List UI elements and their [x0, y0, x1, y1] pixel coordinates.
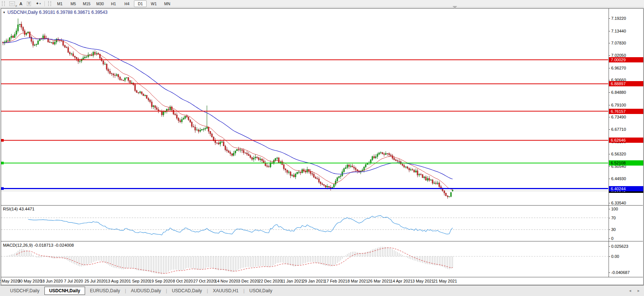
chart-tab-audusd[interactable]: AUDUSD,Daily [126, 287, 166, 295]
grid-glyph: ⋯ [9, 1, 15, 6]
date-label: 13 Aug 2020 [106, 279, 129, 283]
tab-scroll-left-icon[interactable]: ◄ [628, 289, 632, 293]
date-label: 8 Oct 2020 [173, 279, 193, 283]
pane-separator-rsi-macd[interactable] [1, 241, 643, 241]
date-axis[interactable]: 12 May 202030 May 202018 Jun 20207 Jul 2… [1, 277, 609, 284]
price-tick: 6.84880 [609, 90, 626, 95]
toolbar-grip[interactable] [2, 1, 5, 6]
date-label: 7 Jul 2020 [64, 279, 83, 283]
chart-tab-bar: USDCHF,DailyUSDCNH,DailyEURUSD,Daily|AUD… [0, 285, 644, 296]
price-tick: 7.13440 [609, 29, 626, 33]
date-label: 26 Mar 2021 [368, 279, 391, 283]
date-label: 21 May 2021 [433, 279, 457, 283]
timeframe-button-h1[interactable]: H1 [107, 0, 120, 7]
rsi-label: RSI(14) 43.4471 [3, 207, 34, 211]
price-tick: 7.19220 [609, 16, 626, 21]
chart-tab-usdchf[interactable]: USDCHF,Daily [5, 287, 44, 295]
chart-title: ▼ USDCNH,Daily 6.39181 6.39788 6.38671 6… [3, 10, 107, 15]
timeframe-button-group: M1M5M15M30H1H4D1W1MN [53, 0, 174, 7]
chart-tab-eurusd[interactable]: EURUSD,Daily [85, 287, 125, 295]
mt4-window: { "toolbar": { "icons": [ {"name": "cros… [0, 0, 644, 296]
toolbar-separator [44, 1, 45, 6]
hline-handle-left [1, 162, 4, 164]
timeframe-button-m1[interactable]: M1 [53, 0, 66, 7]
timeframe-button-m15[interactable]: M15 [80, 0, 93, 7]
date-label: 30 May 2020 [18, 279, 42, 283]
macd-signal-line [16, 248, 453, 274]
price-axis-border [609, 9, 609, 277]
slow-ma-line [3, 38, 453, 179]
rsi-pane-canvas[interactable] [1, 206, 608, 241]
date-label: 19 Sep 2020 [149, 279, 172, 283]
main-chart-canvas[interactable] [1, 9, 608, 205]
timeframe-grip[interactable] [48, 1, 51, 6]
chart-shift-marker-icon[interactable] [453, 6, 457, 9]
date-label: 11 Jan 2021 [281, 279, 303, 283]
tabs-holder: USDCHF,DailyUSDCNH,DailyEURUSD,Daily|AUD… [5, 287, 277, 295]
rsi-line [28, 216, 453, 235]
tab-scroll-right-icon[interactable]: ► [637, 289, 640, 293]
pane-separator-macd-dates [1, 277, 643, 277]
rsi-axis-tick: 70 [609, 216, 616, 220]
rsi-axis-tick: 30 [609, 227, 616, 232]
date-label: 1 Sep 2020 [129, 279, 150, 283]
chart-dropdown-icon[interactable]: ▼ [3, 11, 6, 14]
hline-price-label: 7.00029 [609, 57, 643, 62]
date-label: 25 Jul 2020 [85, 279, 106, 283]
price-tick: 6.79100 [609, 103, 626, 107]
macd-pane-canvas[interactable] [1, 241, 608, 277]
text-label-tool-icon[interactable]: T [25, 0, 34, 7]
chart-tab-usdcad[interactable]: USDCAD,Daily [167, 287, 207, 295]
timeframe-button-m5[interactable]: M5 [67, 0, 79, 7]
rsi-axis-tick: 0 [609, 236, 613, 241]
macd-axis-tick: 0.00 [609, 254, 619, 259]
price-tick: 7.07830 [609, 41, 626, 45]
price-tick: 6.73490 [609, 115, 626, 119]
macd-histogram [6, 247, 453, 274]
date-label: 18 Jun 2020 [40, 279, 63, 283]
chart-title-text: USDCNH,Daily 6.39181 6.39788 6.38671 6.3… [7, 10, 107, 15]
hline-handle-left [1, 187, 4, 190]
pane-separator-main-rsi[interactable] [1, 205, 643, 206]
date-label: 3 May 2021 [412, 279, 434, 283]
date-label: 17 Feb 2021 [324, 279, 347, 283]
chart-tab-usoil[interactable]: USOil,Daily [244, 287, 277, 295]
price-tick: 6.56320 [609, 152, 626, 156]
hline-price-label: 6.62646 [609, 138, 643, 143]
price-tick: 6.67710 [609, 127, 626, 132]
timeframe-button-mn[interactable]: MN [161, 0, 173, 7]
crosshair-grid-icon[interactable]: ⋯ F [7, 0, 17, 7]
timeframe-button-h4[interactable]: H4 [121, 0, 133, 7]
macd-label: MACD(12,26,9) -0.018713 -0.024008 [3, 243, 74, 247]
arrows-shapes-tool-icon[interactable]: ✦▾ [33, 0, 43, 7]
hline-handle-left [1, 139, 4, 142]
date-label: 22 Dec 2020 [259, 279, 282, 283]
timeframe-button-d1[interactable]: D1 [134, 0, 147, 7]
timeframe-button-w1[interactable]: W1 [147, 0, 160, 7]
tab-scroll-arrows: ◄ ► [628, 289, 640, 293]
price-tick: 6.33540 [609, 201, 626, 205]
top-toolbar: ⋯ F A T ✦▾ M1M5M15M30H1H4D1W1MN [0, 0, 644, 7]
rsi-axis-tick: 100 [609, 207, 618, 211]
hline-price-label: 6.40244 [609, 186, 643, 191]
font-tool-icon[interactable]: A [17, 0, 25, 7]
date-label: 27 Oct 2020 [193, 279, 216, 283]
macd-axis-tick: 0.025623 [609, 244, 628, 249]
date-label: 14 Apr 2021 [390, 279, 412, 283]
hline-price-label: 6.52108 [609, 160, 643, 166]
hline-price-label: 6.88897 [609, 81, 643, 86]
macd-axis-tick: -0.040687 [609, 270, 630, 275]
timeframe-button-m30[interactable]: M30 [94, 0, 106, 7]
date-label: 29 Jan 2021 [303, 279, 325, 283]
date-label: 12 May 2020 [0, 279, 20, 283]
price-tick: 6.44930 [609, 176, 626, 181]
chart-tab-usdcnh[interactable]: USDCNH,Daily [44, 287, 85, 295]
date-label: 3 Dec 2020 [238, 279, 259, 283]
date-label: 8 Mar 2021 [347, 279, 368, 283]
date-label: 14 Nov 2020 [215, 279, 238, 283]
hline-price-label: 6.76157 [609, 109, 643, 114]
chart-tab-xauusd[interactable]: XAUUSD,H1 [208, 287, 243, 295]
price-tick: 6.96270 [609, 66, 626, 70]
grid-f-glyph: F [16, 5, 17, 7]
